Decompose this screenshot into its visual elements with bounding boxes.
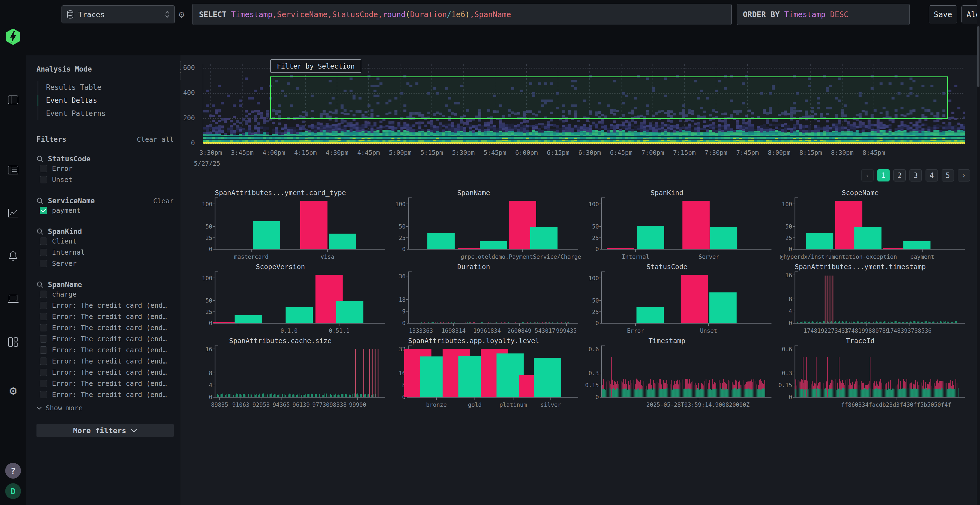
scrollbar-thumb[interactable]	[977, 26, 980, 87]
histogram-spanattributes-yment-card-type[interactable]: SpanAttributes...yment.card_type10050250…	[199, 189, 389, 262]
histogram-duration[interactable]: Duration36189013333631698314199618342600…	[392, 262, 582, 337]
svg-text:0.3: 0.3	[589, 370, 599, 376]
analysis-mode-list: Results TableEvent DeltasEvent Patterns	[38, 81, 174, 120]
checkbox-checked[interactable]	[40, 207, 47, 214]
page-prev-button[interactable]: ‹	[861, 169, 873, 181]
clear-all-link[interactable]: Clear all	[137, 135, 174, 143]
filter-option[interactable]: Error: The credit card (end…	[37, 389, 174, 400]
checkbox-unchecked[interactable]	[40, 357, 47, 365]
more-filters-button[interactable]: More filters	[37, 424, 174, 437]
svg-text:100: 100	[202, 201, 212, 208]
source-select[interactable]: Traces	[62, 5, 175, 24]
svg-text:Timestamp: Timestamp	[648, 337, 685, 345]
filter-option[interactable]: Error: The credit card (end…	[37, 367, 174, 378]
filter-option[interactable]: Error: The credit card (end…	[37, 378, 174, 389]
show-more-link[interactable]: Show more	[37, 404, 174, 412]
analysis-mode-item-event-deltas[interactable]: Event Deltas	[38, 94, 174, 107]
checkbox-unchecked[interactable]	[40, 249, 47, 256]
histogram-scopename[interactable]: ScopeName10050250@hyperdx/instrumentatio…	[778, 189, 969, 262]
checkbox-unchecked[interactable]	[40, 302, 47, 309]
help-button[interactable]: ?	[0, 462, 26, 479]
filter-option-label: Error: The credit card (end…	[52, 380, 167, 387]
checkbox-unchecked[interactable]	[40, 391, 47, 399]
app-logo[interactable]	[0, 27, 26, 46]
search-icon[interactable]	[37, 197, 43, 204]
analysis-mode-item-results-table[interactable]: Results Table	[38, 81, 174, 94]
filter-option[interactable]: Client	[37, 236, 174, 247]
histogram-spanattributes-cache-size[interactable]: SpanAttributes.cache.size168408983591063…	[199, 337, 389, 411]
filter-option-label: Error: The credit card (end…	[52, 357, 167, 365]
page-button-1[interactable]: 1	[877, 169, 889, 181]
histogram-spanattributes-app-loyalty-level[interactable]: SpanAttributes.app.loyalty.level321680br…	[392, 337, 582, 411]
page-scrollbar[interactable]	[977, 0, 980, 505]
filter-option[interactable]: Error: The credit card (end…	[37, 300, 174, 311]
filter-option[interactable]: Error: The credit card (end…	[37, 322, 174, 333]
sessions-laptop-icon[interactable]	[0, 292, 26, 306]
checkbox-unchecked[interactable]	[40, 380, 47, 387]
filter-group-clear-link[interactable]: Clear	[153, 197, 174, 205]
settings-gear-icon[interactable]: ⚙	[0, 382, 26, 399]
heatmap-x-tick: 6:30pm	[578, 149, 601, 156]
search-icon[interactable]	[37, 281, 43, 288]
page-button-3[interactable]: 3	[910, 169, 922, 181]
search-icon[interactable]	[37, 228, 43, 235]
checkbox-unchecked[interactable]	[40, 291, 47, 298]
chart-explorer-icon[interactable]	[0, 206, 26, 221]
order-by-editor[interactable]: ORDER BY Timestamp DESC	[737, 4, 910, 25]
filter-option[interactable]: Unset	[37, 174, 174, 185]
svg-text:TraceId: TraceId	[846, 337, 874, 345]
filter-option[interactable]: Error: The credit card (end…	[37, 333, 174, 345]
svg-text:0: 0	[209, 394, 212, 400]
checkbox-unchecked[interactable]	[40, 165, 47, 172]
filter-option[interactable]: Error: The credit card (end…	[37, 311, 174, 322]
svg-text:0: 0	[595, 394, 599, 400]
heatmap-x-tick: 4:45pm	[357, 149, 380, 156]
sql-select-editor[interactable]: SELECT Timestamp,ServiceName,StatusCode,…	[192, 4, 732, 25]
histogram-scopeversion[interactable]: ScopeVersion100502500.1.00.51.1	[199, 262, 389, 337]
checkbox-unchecked[interactable]	[40, 324, 47, 332]
histogram-timestamp[interactable]: Timestamp0.60.30.1502025-05-28T03:59:14.…	[585, 337, 776, 411]
page-next-button[interactable]: ›	[958, 169, 970, 181]
checkbox-unchecked[interactable]	[40, 369, 47, 376]
dashboards-icon[interactable]	[0, 335, 26, 349]
checkbox-unchecked[interactable]	[40, 335, 47, 343]
filter-option[interactable]: Error	[37, 163, 174, 174]
svg-text:100: 100	[589, 275, 599, 282]
checkbox-unchecked[interactable]	[40, 260, 47, 267]
filter-option[interactable]: payment	[37, 205, 174, 216]
filter-option[interactable]: Server	[37, 258, 174, 269]
alerts-bell-icon[interactable]	[0, 249, 26, 264]
svg-text:100: 100	[202, 275, 212, 282]
sidebar-toggle-icon[interactable]	[0, 92, 26, 107]
filter-option[interactable]: Error: The credit card (end…	[37, 356, 174, 367]
heatmap-x-tick: 8:00pm	[768, 149, 790, 156]
checkbox-unchecked[interactable]	[40, 176, 47, 183]
filter-option[interactable]: Internal	[37, 247, 174, 258]
query-settings-gear-icon[interactable]: ⚙	[178, 9, 185, 20]
histogram-traceid[interactable]: TraceId0.60.30.150ff860334facdb23d3f430f…	[778, 337, 969, 411]
svg-text:0: 0	[209, 246, 212, 252]
show-more-label: Show more	[46, 404, 83, 412]
save-button[interactable]: Save	[929, 5, 957, 24]
histogram-spanattributes-yment-timestamp[interactable]: SpanAttributes...yment.timestamp16840174…	[778, 262, 969, 337]
filter-group-header-spankind: SpanKind	[37, 227, 174, 236]
svg-text:0: 0	[789, 394, 792, 400]
page-button-5[interactable]: 5	[942, 169, 954, 181]
svg-text:36: 36	[399, 273, 406, 280]
histogram-spanname[interactable]: SpanName10050250grpc.oteldemo.PaymentSer…	[392, 189, 582, 262]
analysis-mode-item-event-patterns[interactable]: Event Patterns	[38, 107, 174, 120]
checkbox-unchecked[interactable]	[40, 313, 47, 320]
search-icon[interactable]	[37, 156, 43, 162]
page-button-4[interactable]: 4	[926, 169, 938, 181]
histogram-statuscode[interactable]: StatusCode10050250ErrorUnset	[585, 262, 776, 337]
filter-option[interactable]: Error: The credit card (end…	[37, 345, 174, 356]
heatmap-selection-region[interactable]	[270, 76, 948, 119]
user-avatar[interactable]: D	[0, 483, 26, 499]
search-logs-icon[interactable]	[0, 163, 26, 178]
filter-by-selection-button[interactable]: Filter by Selection	[270, 59, 361, 73]
checkbox-unchecked[interactable]	[40, 346, 47, 354]
page-button-2[interactable]: 2	[893, 169, 906, 181]
filter-option[interactable]: charge	[37, 289, 174, 300]
histogram-spankind[interactable]: SpanKind10050250InternalServer	[585, 189, 776, 262]
checkbox-unchecked[interactable]	[40, 238, 47, 245]
